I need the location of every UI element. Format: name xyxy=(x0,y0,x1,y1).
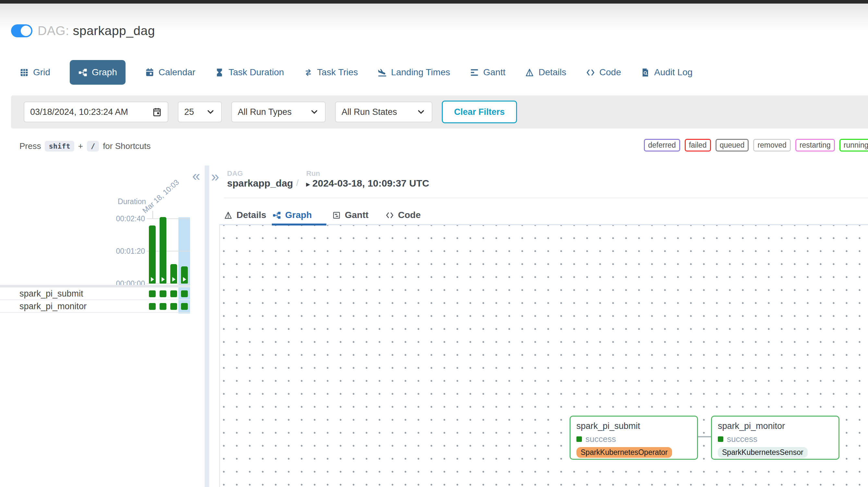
task-instance-success[interactable] xyxy=(181,303,188,310)
dag-view-tabs: GridGraphCalendarTask DurationTask Tries… xyxy=(20,58,692,87)
run-tab-code[interactable]: Code xyxy=(385,207,421,223)
run-types-select[interactable]: All Run Types xyxy=(231,101,326,122)
tab-label: Audit Log xyxy=(654,67,692,78)
run-tab-details[interactable]: Details xyxy=(224,207,266,223)
tab-audit-log[interactable]: Audit Log xyxy=(641,67,692,78)
task-instance-success[interactable] xyxy=(160,303,166,310)
state-badge-running[interactable]: running xyxy=(839,139,868,152)
axis-leader-line xyxy=(152,211,153,219)
state-badge-deferred[interactable]: deferred xyxy=(644,139,680,152)
page-size-select[interactable]: 25 xyxy=(178,101,222,122)
run-tab-gantt[interactable]: Gantt xyxy=(332,207,369,223)
expand-panel-icon[interactable]: » xyxy=(211,170,219,184)
tab-code[interactable]: Code xyxy=(586,67,621,78)
breadcrumb-dag-name[interactable]: sparkapp_dag xyxy=(227,178,293,189)
breadcrumb-run-value[interactable]: ▸2024-03-18, 10:09:37 UTC xyxy=(306,178,429,189)
gantt-box-icon xyxy=(332,211,341,220)
run-states-value: All Run States xyxy=(342,107,397,117)
play-icon xyxy=(183,277,186,282)
dag-prefix: DAG: xyxy=(38,24,69,38)
tab-label: Calendar xyxy=(159,67,195,78)
breadcrumb-dag-label: DAG xyxy=(227,170,243,178)
dag-pause-toggle[interactable] xyxy=(11,24,32,37)
task-node-status: success xyxy=(577,434,691,444)
dag-header: DAG: sparkapp_dag xyxy=(11,23,155,38)
shortcuts-hint: Press shift + / for Shortcuts xyxy=(20,141,151,152)
dag-run-bar[interactable] xyxy=(160,217,166,283)
run-date-label: Mar 18, 10:03 xyxy=(141,168,192,215)
task-name[interactable]: spark_pi_submit xyxy=(20,287,83,300)
state-badge-failed[interactable]: failed xyxy=(685,139,711,152)
dag-run-bar[interactable] xyxy=(149,225,156,283)
shift-key: shift xyxy=(45,141,74,152)
task-instance-success[interactable] xyxy=(170,291,177,297)
shortcuts-suffix: for Shortcuts xyxy=(103,141,151,151)
chevron-down-icon xyxy=(206,107,215,117)
calendar-icon xyxy=(145,68,154,77)
tab-task-tries[interactable]: Task Tries xyxy=(304,67,358,78)
state-badge-restarting[interactable]: restarting xyxy=(795,139,835,152)
grid-icon xyxy=(20,68,29,77)
dag-graph-canvas[interactable]: spark_pi_submit success SparkKubernetesO… xyxy=(219,225,868,487)
tab-label: Gantt xyxy=(483,67,505,78)
tab-details[interactable]: Details xyxy=(525,67,566,78)
duration-axis-title: Duration xyxy=(114,197,146,206)
tab-calendar[interactable]: Calendar xyxy=(145,67,195,78)
toggle-knob xyxy=(21,26,31,36)
task-instance-success[interactable] xyxy=(149,303,156,310)
chevron-down-icon xyxy=(309,107,319,117)
task-row: spark_pi_monitor xyxy=(0,300,190,313)
run-detail-panel: » DAG sparkapp_dag / Run ▸2024-03-18, 10… xyxy=(209,165,868,487)
task-node-status: success xyxy=(718,434,833,444)
tab-gantt[interactable]: Gantt xyxy=(470,67,505,78)
task-row: spark_pi_submit xyxy=(0,287,190,300)
tab-task-duration[interactable]: Task Duration xyxy=(215,67,284,78)
task-node[interactable]: spark_pi_monitor success SparkKubernetes… xyxy=(711,416,839,460)
breadcrumb-separator: / xyxy=(296,178,299,188)
retry-icon xyxy=(304,68,313,77)
collapse-grid-icon[interactable]: « xyxy=(192,169,200,183)
audit-icon xyxy=(641,68,650,77)
hourglass-icon xyxy=(215,68,224,77)
tab-grid[interactable]: Grid xyxy=(20,67,50,78)
state-badge-queued[interactable]: queued xyxy=(716,139,749,152)
tab-label: Code xyxy=(599,67,621,78)
base-date-input[interactable]: 03/18/2024, 10:23:24 AM xyxy=(24,101,168,122)
task-instance-success[interactable] xyxy=(149,291,156,297)
panel-resize-handle[interactable] xyxy=(205,165,209,487)
clear-filters-button[interactable]: Clear Filters xyxy=(442,100,517,123)
graph-icon xyxy=(78,68,88,77)
run-tab-label: Details xyxy=(237,210,266,220)
run-tab-graph[interactable]: Graph xyxy=(273,207,312,223)
play-icon xyxy=(172,277,176,282)
state-legend: deferredfailedqueuedremovedrestartingrun… xyxy=(644,139,868,152)
landing-icon xyxy=(378,68,387,77)
task-node-title: spark_pi_monitor xyxy=(718,421,833,431)
task-instance-success[interactable] xyxy=(170,303,177,310)
tab-graph[interactable]: Graph xyxy=(70,60,126,85)
dag-run-bar[interactable] xyxy=(181,266,188,283)
chevron-down-icon xyxy=(416,107,426,117)
run-tab-label: Gantt xyxy=(345,210,369,220)
play-icon xyxy=(151,277,154,282)
dag-run-bar[interactable] xyxy=(170,264,177,283)
task-instance-success[interactable] xyxy=(160,291,166,297)
task-name[interactable]: spark_pi_monitor xyxy=(20,300,87,313)
base-date-value: 03/18/2024, 10:23:24 AM xyxy=(30,107,128,117)
run-states-select[interactable]: All Run States xyxy=(335,101,432,122)
task-node[interactable]: spark_pi_submit success SparkKubernetesO… xyxy=(569,416,698,460)
success-status-icon xyxy=(577,436,582,442)
state-badge-removed[interactable]: removed xyxy=(753,139,790,152)
slash-key: / xyxy=(87,141,99,152)
calendar-picker-icon[interactable] xyxy=(152,107,162,117)
tab-landing-times[interactable]: Landing Times xyxy=(378,67,450,78)
run-tab-label: Code xyxy=(398,210,421,220)
plus-text: + xyxy=(78,141,83,151)
tab-label: Task Duration xyxy=(228,67,284,78)
tab-label: Grid xyxy=(33,67,50,78)
task-instance-success[interactable] xyxy=(181,291,188,297)
header-divider xyxy=(224,197,868,198)
run-types-value: All Run Types xyxy=(238,107,291,117)
axis-tick-label: 00:02:40 xyxy=(106,214,145,223)
play-icon xyxy=(161,277,165,282)
